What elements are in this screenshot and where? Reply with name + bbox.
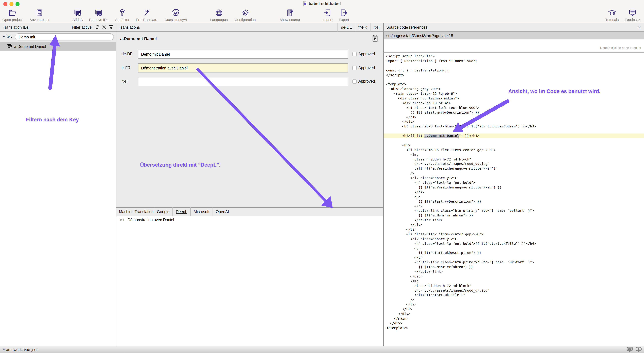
code-line: </div> xyxy=(386,120,644,124)
lang-tab-it-IT[interactable]: it-IT xyxy=(370,23,383,32)
code-line: {{ $t("start.myvbvDescription") }} xyxy=(386,110,644,115)
mt-tab-google[interactable]: Google xyxy=(154,207,172,216)
window-title: bbabel-edit.babel xyxy=(0,1,644,6)
translation-ids-header: Translation IDs Filter active xyxy=(0,23,116,32)
refresh-icon[interactable] xyxy=(95,25,99,29)
annotation-deepl: Übersetzung direkt mit "DeepL". xyxy=(140,162,220,168)
code-line: <h1 class="text-left text-blue-900"> xyxy=(386,106,644,110)
code-line: class="hidden h-72 md:block" xyxy=(386,157,644,162)
code-line: </li> xyxy=(386,227,644,232)
code-line: class="hidden h-72 md:block" xyxy=(386,283,644,288)
code-line: const { t } = useTranslation(); xyxy=(386,68,644,73)
feedback-button[interactable]: Feedback xyxy=(616,9,644,22)
titlebar-toolbar: bbabel-edit.babel Open project Save proj… xyxy=(0,0,644,23)
code-line: <router-link class="btn-primary" :to="{ … xyxy=(386,209,644,213)
configuration-button[interactable]: Configuration xyxy=(228,9,262,22)
translation-ids-title: Translation IDs xyxy=(3,25,29,29)
lang-tab-fr-FR[interactable]: fr-FR xyxy=(355,23,370,32)
translation-input-it-IT[interactable] xyxy=(138,77,348,86)
code-line: <div class="container-medium"> xyxy=(386,96,644,101)
notes-icon[interactable] xyxy=(372,35,378,42)
mt-tab-deepl[interactable]: DeepL xyxy=(172,207,190,216)
translation-id-label: a.Demo mit Daniel xyxy=(14,44,46,48)
close-panel-icon[interactable]: ✕ xyxy=(638,25,641,29)
machine-translation-result-row[interactable]: ⌘1 Démonstration avec Daniel xyxy=(119,218,174,222)
mt-tab-microsoft[interactable]: Microsoft xyxy=(190,207,212,216)
code-line: <img xyxy=(386,152,644,157)
code-line: </template> xyxy=(386,325,644,330)
code-line: </li> xyxy=(386,302,644,307)
approved-checkbox-it-IT[interactable] xyxy=(352,79,357,84)
code-line: :alt="t('start.ukTitle')" xyxy=(386,293,644,297)
show-source-button[interactable]: Show source xyxy=(273,9,306,22)
code-line: src="../../assets/images/mood_vv.jpg" xyxy=(386,162,644,166)
waves-bubble-icon[interactable] xyxy=(627,347,633,352)
filter-input[interactable] xyxy=(15,33,114,41)
babel-file-icon: b xyxy=(303,1,307,6)
comment-bubble-icon xyxy=(7,44,12,49)
code-line: </div> xyxy=(386,274,644,279)
code-line: <h4 class="text-lg font-bold">{{ $t("sta… xyxy=(386,241,644,246)
code-lines: <script setup lang="ts">import { useTran… xyxy=(386,54,644,330)
code-line: <li class="flex items-center gap-x-8"> xyxy=(386,232,644,237)
open-in-editor-hint: Double-click to open in editor xyxy=(384,46,641,50)
mt-tab-openai[interactable]: OpenAI xyxy=(212,207,232,216)
code-line: <h4>{{ $t("a.Demo mit Daniel") }}</h4> xyxy=(384,134,644,138)
code-line: </router-link> xyxy=(386,269,644,274)
lang-tab-de-DE[interactable]: de-DE xyxy=(338,23,355,32)
code-line: <router-link class="btn-primary" :to="{ … xyxy=(386,260,644,265)
annotation-filter-key: Filtern nach dem Key xyxy=(26,117,79,123)
approved-label-de-DE: Approved xyxy=(358,52,375,56)
pre-translate-button[interactable]: Pre-Translate xyxy=(130,9,163,22)
export-button[interactable]: Export xyxy=(327,9,361,22)
code-line: </p> xyxy=(386,255,644,260)
code-line: {{ $t("start.ukDescription") }} xyxy=(386,251,644,255)
approved-checkbox-de-DE[interactable] xyxy=(352,52,357,56)
code-line: </div> xyxy=(386,311,644,316)
code-line: <script setup lang="ts"> xyxy=(386,54,644,59)
star-bubble-icon[interactable] xyxy=(636,347,642,352)
consistency-ai-button[interactable]: ConsistencyAI xyxy=(159,9,193,22)
filter-row: Filter: xyxy=(0,32,116,42)
filter-funnel-icon[interactable] xyxy=(109,25,113,29)
code-line: {{ $t("a.Versicherungsvermittler/-in") }… xyxy=(386,185,644,190)
code-line: {{ $t("a.Mehr erfahren") }} xyxy=(386,213,644,218)
translation-input-fr-FR[interactable] xyxy=(138,63,348,73)
code-line: <ul> xyxy=(386,143,644,148)
divider xyxy=(384,52,644,53)
approved-label-it-IT: Approved xyxy=(358,79,375,83)
clear-filter-icon[interactable] xyxy=(102,25,106,29)
shortcut-badge: ⌘1 xyxy=(119,218,124,222)
code-line xyxy=(386,138,644,143)
translations-header: Translations de-DE fr-FR it-IT xyxy=(116,23,383,32)
code-line xyxy=(386,129,644,134)
approved-label-fr-FR: Approved xyxy=(358,66,375,70)
code-line: <p> xyxy=(386,246,644,251)
code-line: </div> xyxy=(386,222,644,227)
code-line: </p> xyxy=(386,204,644,209)
code-line: :alt="t('a.Versicherungsvermittler/-in')… xyxy=(386,166,644,171)
code-line: <h3 class="mb-8 text-blue-900">{{ $t("st… xyxy=(386,124,644,129)
filter-active-label: Filter active xyxy=(72,25,92,29)
translations-title: Translations xyxy=(119,25,140,29)
translation-input-de-DE[interactable] xyxy=(138,50,348,59)
machine-translation-title: Machine Translation xyxy=(119,210,154,214)
translation-id-list-item[interactable]: a.Demo mit Daniel xyxy=(0,42,116,51)
code-line: <div class="pb-10 pt-4"> xyxy=(386,101,644,106)
code-line: <li class="mb-16 flex items-center gap-x… xyxy=(386,148,644,152)
highlighted-translation-key[interactable]: a.Demo mit Daniel xyxy=(424,134,459,138)
source-file-reference[interactable]: src/pages/start/GuestStartPage.vue:18 xyxy=(384,32,644,40)
code-line: /> xyxy=(386,297,644,302)
translation-key-heading: a.Demo mit Daniel xyxy=(120,37,157,41)
annotation-code-usage: Ansicht, wo im Code es benutzt wird. xyxy=(508,88,600,94)
code-line: </ul> xyxy=(386,307,644,311)
code-line: import { useTranslation } from "i18next-… xyxy=(386,59,644,63)
row-label-de-DE: de-DE xyxy=(122,52,136,56)
code-line: /> xyxy=(386,171,644,176)
translations-panel: Translations de-DE fr-FR it-IT a.Demo mi… xyxy=(116,23,384,345)
save-project-button[interactable]: Save project xyxy=(22,9,56,22)
row-label-fr-FR: fr-FR xyxy=(122,66,136,70)
approved-checkbox-fr-FR[interactable] xyxy=(352,66,357,70)
code-line: </h1> xyxy=(386,115,644,120)
code-line: <img xyxy=(386,279,644,283)
